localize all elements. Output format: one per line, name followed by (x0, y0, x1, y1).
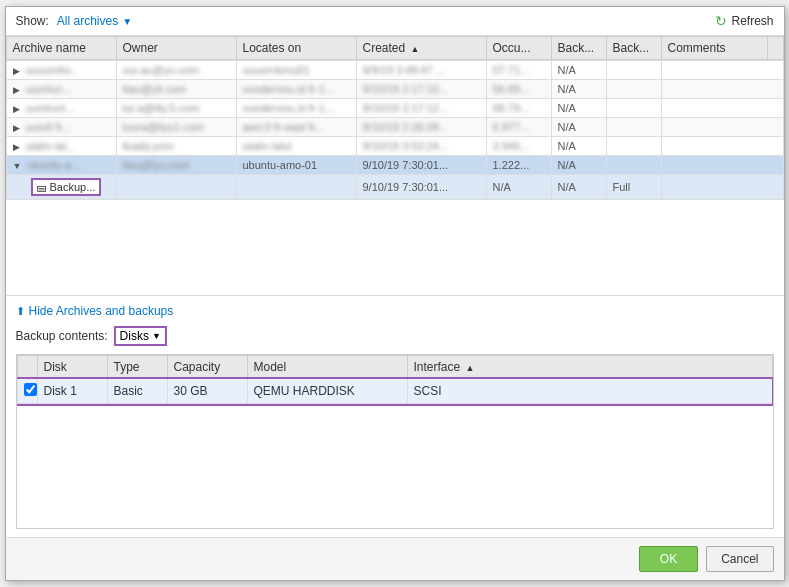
archive-table-container: Archive name Owner Locates on Created ▲ … (6, 36, 784, 296)
col-type[interactable]: Type (107, 356, 167, 379)
table-scroll-area[interactable]: ▶ uuuunrkv... vur.au@yu.com uuuornkmu01 … (6, 60, 784, 200)
cell-back2: Full (606, 175, 661, 200)
cell-occu: 3.945... (486, 137, 551, 156)
col-capacity[interactable]: Capacity (167, 356, 247, 379)
cell-comments (661, 99, 783, 118)
cell-created: 9/10/19 2:26:09... (356, 118, 486, 137)
cell-back2 (606, 61, 661, 80)
col-comments[interactable]: Comments (661, 37, 767, 60)
cell-back1: N/A (551, 80, 606, 99)
cell-archive-name: ▼ ubuntu-a... (6, 156, 116, 175)
cell-back1: N/A (551, 156, 606, 175)
cell-occu: 07.71... (486, 61, 551, 80)
cell-back2 (606, 156, 661, 175)
cell-created: 9/10/19 2:17:10... (356, 80, 486, 99)
cell-back1: N/A (551, 175, 606, 200)
table-row[interactable]: ▶ uuuunrkv... vur.au@yu.com uuuornkmu01 … (6, 61, 783, 80)
lower-section: ⬆ Hide Archives and backups Backup conte… (6, 296, 784, 537)
disk-checkbox[interactable] (24, 383, 37, 396)
cell-disk-model: QEMU HARDDISK (247, 379, 407, 404)
hide-archives-label: Hide Archives and backups (29, 304, 174, 318)
cell-owner: lur.a@lily.5.com (116, 99, 236, 118)
cell-archive-name: ▶ uuuunrkv... (6, 61, 116, 80)
col-back2[interactable]: Back... (606, 37, 661, 60)
cell-locates: ubuntu-amo-01 (236, 156, 356, 175)
backup-icon: 🖴 (37, 182, 47, 193)
col-owner[interactable]: Owner (116, 37, 236, 60)
hide-archives-link[interactable]: ⬆ Hide Archives and backups (16, 304, 774, 318)
cell-owner: luura@liyy1.com (116, 118, 236, 137)
disks-dropdown[interactable]: Disks ▼ (114, 326, 167, 346)
cell-created: 9/10/19 7:30:01... (356, 156, 486, 175)
cell-back2 (606, 99, 661, 118)
cell-archive-name: ▶ uunrlun... (6, 80, 116, 99)
disks-value: Disks (120, 329, 149, 343)
expand-icon: ▶ (13, 104, 20, 114)
cell-disk-check[interactable] (17, 379, 37, 404)
disks-table: Disk Type Capacity Model Interface ▲ Dis… (17, 355, 773, 404)
expand-icon: ▶ (13, 123, 20, 133)
col-archive-name[interactable]: Archive name (6, 37, 116, 60)
show-label: Show: (16, 14, 49, 28)
cell-back1: N/A (551, 99, 606, 118)
cell-owner: vur.au@yu.com (116, 61, 236, 80)
cell-owner (116, 175, 236, 200)
col-locates-on[interactable]: Locates on (236, 37, 356, 60)
cell-disk-interface: SCSI (407, 379, 772, 404)
cell-comments (661, 156, 783, 175)
sort-asc-icon: ▲ (466, 363, 475, 373)
chevron-down-icon: ▼ (122, 16, 132, 27)
chevron-up-icon: ⬆ (16, 305, 25, 318)
cell-owner: tlualiy.yom (116, 137, 236, 156)
cancel-button[interactable]: Cancel (706, 546, 773, 572)
disks-header-row: Disk Type Capacity Model Interface ▲ (17, 356, 772, 379)
col-occu[interactable]: Occu... (486, 37, 551, 60)
cell-created: 9/10/19 7:30:01... (356, 175, 486, 200)
col-created[interactable]: Created ▲ (356, 37, 486, 60)
archive-table: Archive name Owner Locates on Created ▲ … (6, 36, 784, 60)
disks-table-container: Disk Type Capacity Model Interface ▲ Dis… (16, 354, 774, 529)
col-model[interactable]: Model (247, 356, 407, 379)
cell-comments (661, 175, 783, 200)
ok-button[interactable]: OK (639, 546, 698, 572)
col-disk[interactable]: Disk (37, 356, 107, 379)
cell-back2 (606, 118, 661, 137)
cell-disk-name: Disk 1 (37, 379, 107, 404)
disk-table-row[interactable]: Disk 1 Basic 30 GB QEMU HARDDISK SCSI (17, 379, 772, 404)
cell-back1: N/A (551, 118, 606, 137)
scrollbar-header (767, 37, 783, 60)
show-value: All archives (57, 14, 118, 28)
refresh-button[interactable]: ↻ Refresh (715, 13, 773, 29)
table-row[interactable]: ▶ uunrlun... ttau@yli.com vundervou.st f… (6, 80, 783, 99)
table-row-backup[interactable]: 🖴 Backup... 9/10/19 7:30:01... N/A N/A F… (6, 175, 783, 200)
archive-data-table: ▶ uuuunrkv... vur.au@yu.com uuuornkmu01 … (6, 60, 784, 200)
cell-owner: ttau@lyu.com (116, 156, 236, 175)
backup-label: 🖴 Backup... (31, 178, 102, 196)
backup-contents-row: Backup contents: Disks ▼ (16, 326, 774, 346)
main-dialog: Show: All archives ▼ ↻ Refresh (5, 6, 785, 581)
expand-icon: ▶ (13, 85, 20, 95)
sort-asc-icon: ▲ (411, 44, 420, 54)
refresh-label: Refresh (731, 14, 773, 28)
cell-disk-type: Basic (107, 379, 167, 404)
cell-comments (661, 118, 783, 137)
cell-locates: vundervou.st fr-1... (236, 99, 356, 118)
cell-locates: vundervou.st fr-1... (236, 80, 356, 99)
col-back1[interactable]: Back... (551, 37, 606, 60)
cell-back1: N/A (551, 61, 606, 80)
table-row[interactable]: ▶ uunrlunl... lur.a@lily.5.com vundervou… (6, 99, 783, 118)
cell-created: 9/10/19 2:17:12... (356, 99, 486, 118)
cell-occu: N/A (486, 175, 551, 200)
cell-disk-capacity: 30 GB (167, 379, 247, 404)
table-row[interactable]: ▶ uunrll fr... luura@liyy1.com aws:0 fr-… (6, 118, 783, 137)
show-dropdown[interactable]: All archives ▼ (57, 14, 132, 28)
table-row[interactable]: ▶ ulalm lal... tlualiy.yom ulalm lalul 9… (6, 137, 783, 156)
cell-comments (661, 137, 783, 156)
cell-locates: aws:0 fr-east fr... (236, 118, 356, 137)
chevron-down-icon: ▼ (152, 331, 161, 341)
table-row-selected[interactable]: ▼ ubuntu-a... ttau@lyu.com ubuntu-amo-01… (6, 156, 783, 175)
table-header-row: Archive name Owner Locates on Created ▲ … (6, 37, 783, 60)
cell-locates: ulalm lalul (236, 137, 356, 156)
col-interface[interactable]: Interface ▲ (407, 356, 772, 379)
expand-icon: ▶ (13, 142, 20, 152)
